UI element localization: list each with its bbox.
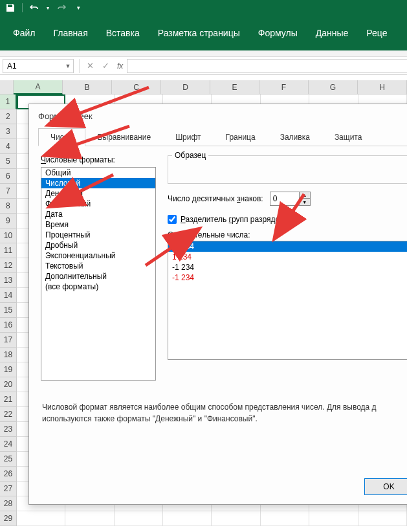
ribbon-tab-review[interactable]: Реце <box>357 23 396 43</box>
row-header[interactable]: 18 <box>0 348 17 362</box>
ribbon-tab-insert[interactable]: Вставка <box>97 23 149 43</box>
cell[interactable] <box>163 511 212 526</box>
row-header[interactable]: 15 <box>0 303 17 318</box>
category-item[interactable]: Общий <box>41 168 155 178</box>
name-box[interactable]: A1 ▼ <box>3 59 74 73</box>
row-header[interactable]: 24 <box>0 437 17 452</box>
row-header[interactable]: 6 <box>0 169 17 184</box>
category-item[interactable]: Дата <box>41 209 155 219</box>
dialog-tab-font[interactable]: Шрифт <box>163 128 213 146</box>
dialog-tab-border[interactable]: Граница <box>214 128 268 146</box>
row-header[interactable]: 2 <box>0 109 17 124</box>
row-header[interactable]: 8 <box>0 199 17 214</box>
column-header[interactable]: A <box>14 80 63 94</box>
category-item[interactable]: Дополнительный <box>41 271 155 282</box>
ribbon-tab-file[interactable]: Файл <box>4 23 44 43</box>
column-header[interactable]: E <box>210 80 259 94</box>
row-header[interactable]: 14 <box>0 288 17 303</box>
row-header[interactable]: 20 <box>0 377 17 392</box>
fx-icon[interactable]: fx <box>117 61 123 71</box>
undo-icon[interactable] <box>28 1 41 14</box>
save-icon[interactable] <box>4 1 17 14</box>
cell[interactable] <box>309 511 358 526</box>
row-header[interactable]: 22 <box>0 407 17 422</box>
row-header[interactable]: 3 <box>0 124 17 139</box>
row-header[interactable]: 19 <box>0 362 17 377</box>
category-item[interactable]: Экспоненциальный <box>41 250 155 261</box>
redo-icon[interactable] <box>55 1 68 14</box>
ok-button[interactable]: OK <box>364 478 407 495</box>
row-header[interactable]: 27 <box>0 482 17 496</box>
negative-numbers-list[interactable]: -1 2341 234-1 234-1 234 <box>168 241 407 360</box>
ribbon-tab-pagelayout[interactable]: Разметка страницы <box>149 23 249 43</box>
negative-format-item[interactable]: 1 234 <box>168 252 407 262</box>
dialog-tabs: Число Выравнивание Шрифт Граница Заливка… <box>38 127 407 146</box>
category-item[interactable]: Денежный <box>41 188 155 199</box>
cell[interactable] <box>65 511 114 526</box>
row-header[interactable]: 13 <box>0 273 17 288</box>
column-header[interactable]: D <box>161 80 210 94</box>
row-header[interactable]: 28 <box>0 496 17 511</box>
ribbon-tab-formulas[interactable]: Формулы <box>249 23 307 43</box>
row-header[interactable]: 10 <box>0 228 17 243</box>
negative-format-item[interactable]: -1 234 <box>168 262 407 272</box>
spinner-down-icon[interactable]: ▼ <box>300 199 310 205</box>
negative-format-item[interactable]: -1 234 <box>168 272 407 283</box>
enter-formula-icon[interactable]: ✓ <box>98 59 113 73</box>
row-header[interactable]: 29 <box>0 511 17 526</box>
row-header[interactable]: 17 <box>0 333 17 348</box>
spinner-up-icon[interactable]: ▲ <box>300 192 310 199</box>
thousands-separator-label: Разделитель групп разрядов ( ) <box>181 215 293 224</box>
ribbon-tab-data[interactable]: Данные <box>307 23 358 43</box>
dialog-tab-number[interactable]: Число <box>38 128 85 146</box>
name-box-value: A1 <box>3 61 63 71</box>
negative-format-item[interactable]: -1 234 <box>168 241 407 252</box>
row-header[interactable]: 7 <box>0 184 17 199</box>
column-header[interactable]: F <box>259 80 309 94</box>
select-all-corner[interactable] <box>0 80 14 94</box>
formula-input[interactable] <box>127 59 407 73</box>
row-header[interactable]: 25 <box>0 452 17 467</box>
row-header[interactable]: 9 <box>0 214 17 228</box>
column-header[interactable]: B <box>63 80 112 94</box>
row-header[interactable]: 26 <box>0 467 17 482</box>
row-header[interactable]: 5 <box>0 154 17 169</box>
column-header[interactable]: G <box>309 80 358 94</box>
sample-box: Образец <box>168 155 407 184</box>
cell[interactable] <box>261 511 309 526</box>
cancel-formula-icon[interactable]: ✕ <box>82 59 98 73</box>
category-item[interactable]: (все форматы) <box>41 282 155 292</box>
column-header[interactable]: C <box>112 80 161 94</box>
category-item[interactable]: Процентный <box>41 230 155 240</box>
customize-qat-icon[interactable]: ▾ <box>72 1 85 14</box>
column-header[interactable]: H <box>358 80 407 94</box>
dialog-tab-alignment[interactable]: Выравнивание <box>85 128 164 146</box>
cell[interactable] <box>358 511 407 526</box>
cell[interactable] <box>212 511 260 526</box>
category-item[interactable]: Время <box>41 219 155 230</box>
thousands-separator-checkbox[interactable] <box>168 215 177 224</box>
dialog-tab-fill[interactable]: Заливка <box>268 128 322 146</box>
row-header[interactable]: 11 <box>0 243 17 258</box>
decimal-places-spinner[interactable]: ▲ ▼ <box>270 192 311 206</box>
cell[interactable] <box>17 511 65 526</box>
quick-access-toolbar: ▾ ▾ <box>0 0 407 16</box>
row-header[interactable]: 16 <box>0 318 17 333</box>
category-list[interactable]: ОбщийЧисловойДенежныйФинансовыйДатаВремя… <box>41 167 156 381</box>
format-description: Числовой формат является наиболее общим … <box>42 401 407 425</box>
row-header[interactable]: 4 <box>0 139 17 154</box>
dialog-tab-protection[interactable]: Защита <box>322 128 375 146</box>
undo-dropdown-icon[interactable]: ▾ <box>45 1 51 14</box>
row-header[interactable]: 12 <box>0 258 17 273</box>
category-item[interactable]: Дробный <box>41 240 155 250</box>
ribbon-tab-home[interactable]: Главная <box>44 23 96 43</box>
category-item[interactable]: Финансовый <box>41 199 155 209</box>
cell[interactable] <box>115 511 163 526</box>
name-box-dropdown-icon[interactable]: ▼ <box>63 63 73 69</box>
row-header[interactable]: 23 <box>0 422 17 437</box>
row-header[interactable]: 1 <box>0 94 17 109</box>
category-item[interactable]: Числовой <box>41 178 155 188</box>
decimal-places-input[interactable] <box>270 192 299 205</box>
row-header[interactable]: 21 <box>0 392 17 407</box>
category-item[interactable]: Текстовый <box>41 261 155 271</box>
